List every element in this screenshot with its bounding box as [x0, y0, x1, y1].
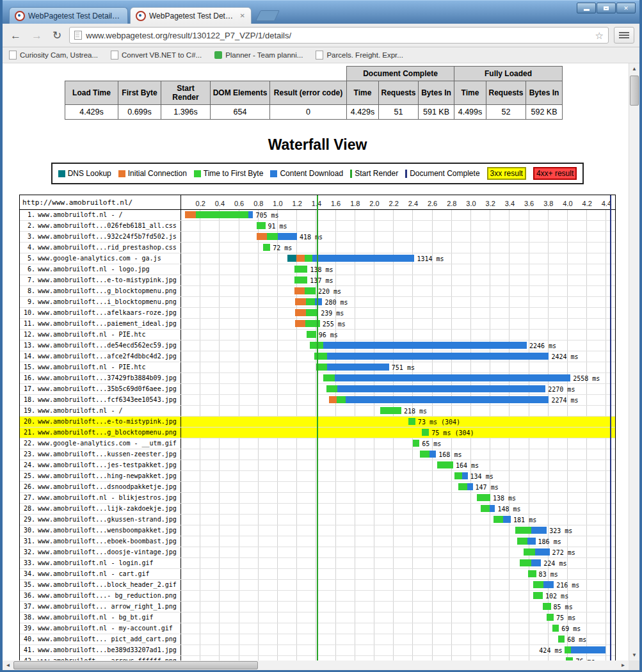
close-button[interactable]: ✕ [616, 3, 636, 13]
tab-inactive[interactable]: WebPagetest Test Details - / [9, 7, 128, 24]
request-time-label: 2424 ms [551, 353, 578, 360]
scroll-up-arrow[interactable]: ▲ [629, 63, 639, 74]
segment-ttfb [458, 483, 467, 490]
request-url: www.amobruiloft...hing-newpakket.jpg [38, 472, 177, 479]
request-bar [477, 494, 490, 501]
maximize-button[interactable] [597, 3, 616, 13]
request-bar [543, 603, 551, 610]
minimize-icon [584, 9, 590, 11]
request-bar [380, 407, 401, 414]
webpagetest-details-page: Document Complete Fully Loaded Load Time… [3, 63, 629, 660]
back-button[interactable]: ← [8, 29, 24, 42]
bookmark-item[interactable]: Convert VB.NET to C#... [111, 51, 202, 60]
request-label: 22.www.google-analytics.com - __utm.gif [20, 438, 181, 449]
request-url: www.amobruiloft...doosje-vintage.jpg [38, 548, 177, 556]
request-time-label: 255 ms [323, 321, 346, 328]
group-header-document-complete: Document Complete [347, 67, 454, 81]
legend-swatch [58, 170, 65, 177]
segment-ttfb [316, 364, 327, 371]
segment-connect [257, 233, 267, 240]
bookmark-item[interactable]: Parcels. Freight. Expr... [316, 51, 403, 60]
request-url: www.amobruiloft...37429fb3884b09.jpg [38, 374, 177, 381]
request-time-label: 224 ms [543, 560, 566, 567]
waterfall-track: 2424 ms [181, 351, 615, 362]
segment-ttfb [533, 592, 543, 599]
minimize-button[interactable] [577, 3, 596, 13]
request-bar [257, 222, 266, 229]
request-label: 15.www.amobruiloft.nl - PIE.htc [20, 362, 181, 372]
waterfall-track: 75 ms (304) [181, 428, 615, 438]
segment-ttfb [323, 374, 335, 381]
request-label: 16.www.amobruiloft...37429fb3884b09.jpg [20, 373, 181, 383]
legend-item: 4xx+ result [533, 167, 577, 180]
title-bar: WebPagetest Test Details - / WebPagetest… [3, 0, 639, 24]
request-time-label: 220 ms [318, 288, 341, 295]
refresh-button[interactable]: ↻ [50, 29, 64, 42]
waterfall-track: 148 ms [181, 504, 615, 514]
tab-active[interactable]: WebPagetest Test Details - / ✕ [130, 7, 252, 24]
legend-line-marker [405, 170, 407, 178]
address-bar[interactable]: www.webpagetest.org/result/130122_P7_VZP… [69, 27, 609, 44]
waterfall-legend: DNS LookupInitial ConnectionTime to Firs… [51, 163, 584, 184]
bookmarks-bar: Curiosity Cam, Ustrea...Convert VB.NET t… [3, 47, 639, 63]
segment-ttfb [263, 244, 270, 251]
legend-swatch [118, 170, 125, 177]
scroll-down-arrow[interactable]: ▼ [629, 650, 639, 660]
bookmark-star-icon[interactable]: ☆ [595, 31, 604, 40]
request-number: 18. [21, 395, 35, 405]
horizontal-scroll-thumb[interactable] [13, 661, 258, 669]
request-bar [294, 266, 308, 273]
vertical-scroll-thumb[interactable] [630, 76, 639, 106]
segment-ttfb [552, 625, 559, 632]
segment-ttfb [517, 538, 527, 545]
request-url: www.amobruiloft...kussen-zeester.jpg [38, 451, 177, 458]
horizontal-scroll-track[interactable] [13, 660, 618, 670]
request-number: 37. [21, 602, 35, 612]
chrome-menu-button[interactable] [614, 27, 634, 44]
request-label: 25.www.amobruiloft...hing-newpakket.jpg [20, 471, 181, 481]
scrollbar-corner [629, 660, 639, 670]
scroll-right-arrow[interactable]: ► [618, 660, 629, 670]
base-url: http://www.amobruiloft.nl/ [20, 195, 181, 209]
browser-viewport: Document Complete Fully Loaded Load Time… [3, 63, 639, 660]
legend-item: Time to First Byte [194, 169, 264, 178]
request-url: www.amobruiloft.nl - my-account.gif [38, 625, 173, 632]
waterfall-track: 76 ms [181, 656, 615, 660]
request-label: 13.www.amobruiloft...de54ecd562ec59.jpg [20, 340, 181, 351]
document-complete-line [610, 195, 611, 660]
forward-button[interactable]: → [29, 29, 45, 42]
window-controls: ✕ [577, 3, 636, 13]
new-tab-button[interactable] [255, 10, 280, 21]
request-bar [295, 298, 322, 305]
url-text: www.webpagetest.org/result/130122_P7_VZP… [86, 31, 591, 40]
request-number: 10. [21, 308, 35, 318]
close-tab-icon[interactable]: ✕ [239, 12, 246, 19]
request-label: 40.www.amobruiloft... pict_add_cart.png [20, 634, 181, 644]
request-label: 7.www.amobruiloft...e-to-mistypink.jpg [20, 275, 181, 285]
request-label: 31.www.amobruiloft...eboek-boombast.jpg [20, 536, 181, 547]
request-url: www.amobruiloft...eboek-boombast.jpg [38, 538, 177, 545]
vertical-scrollbar[interactable]: ▲ ▼ [629, 63, 639, 660]
request-number: 30. [21, 525, 35, 536]
segment-download [337, 385, 545, 392]
waterfall-track: 751 ms [181, 362, 615, 372]
request-number: 28. [21, 504, 35, 514]
request-url: www.amobruiloft...e-to-mistypink.jpg [38, 418, 177, 425]
request-label: 20.www.amobruiloft...e-to-mistypink.jpg [20, 417, 181, 427]
request-bar [314, 353, 549, 360]
bookmark-item[interactable]: Planner - Team planni... [214, 51, 303, 59]
scroll-left-arrow[interactable]: ◄ [3, 660, 13, 670]
segment-ttfb [294, 276, 308, 284]
horizontal-scrollbar[interactable]: ◄ ► [3, 660, 639, 670]
request-bar [533, 581, 554, 588]
segment-download [543, 581, 554, 588]
bookmark-label: Planner - Team planni... [225, 51, 303, 59]
axis-tick-label: 2.4 [408, 200, 418, 207]
request-bar [408, 418, 415, 425]
legend-label: Document Complete [410, 169, 479, 178]
waterfall-table: http://www.amobruiloft.nl/ 0.20.40.60.81… [19, 195, 616, 660]
bookmark-item[interactable]: Curiosity Cam, Ustrea... [9, 51, 98, 60]
request-url: www.amobruiloft...gkussen-strand.jpg [38, 516, 177, 523]
request-time-label: 418 ms [300, 234, 323, 241]
page-icon [316, 51, 323, 60]
